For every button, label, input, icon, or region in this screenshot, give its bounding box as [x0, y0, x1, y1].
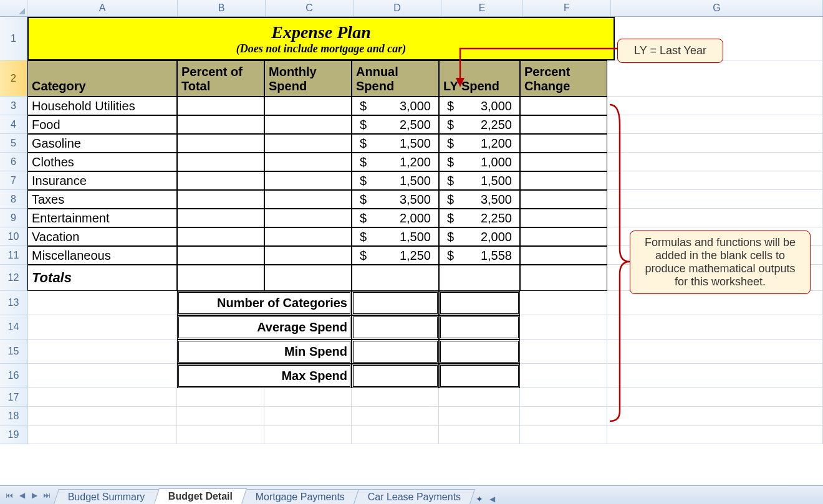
cell-percent-of-total[interactable] — [177, 227, 264, 246]
cell-A17[interactable] — [27, 388, 177, 407]
tab-nav-prev-icon[interactable]: ◀ — [17, 491, 26, 500]
cell-ly-spend[interactable]: $3,000 — [439, 97, 520, 115]
summary-min-label[interactable]: Min Spend — [177, 340, 352, 364]
summary-max-label[interactable]: Max Spend — [177, 364, 352, 388]
cell-percent-of-total[interactable] — [177, 134, 264, 153]
cell-D12[interactable] — [352, 265, 439, 291]
cell-E19[interactable] — [439, 426, 520, 444]
cell-B19[interactable] — [177, 426, 264, 444]
row-header-11[interactable]: 11 — [0, 246, 27, 265]
cell-G18[interactable] — [607, 407, 823, 426]
col-header-G[interactable]: G — [611, 0, 823, 16]
cell-percent-change[interactable] — [520, 115, 607, 134]
row-header-4[interactable]: 4 — [0, 115, 27, 134]
col-header-B[interactable]: B — [178, 0, 266, 16]
tab-budget-detail[interactable]: Budget Detail — [154, 488, 247, 504]
cell-A19[interactable] — [27, 426, 177, 444]
header-percent-change[interactable]: Percent Change — [520, 60, 607, 97]
cell-percent-of-total[interactable] — [177, 190, 264, 209]
row-header-19[interactable]: 19 — [0, 426, 27, 444]
cell-monthly-spend[interactable] — [264, 134, 352, 153]
cell-G5[interactable] — [607, 134, 823, 153]
cell-F17[interactable] — [520, 388, 607, 407]
cell-monthly-spend[interactable] — [264, 209, 352, 227]
cell-percent-of-total[interactable] — [177, 153, 264, 171]
row-header-14[interactable]: 14 — [0, 315, 27, 340]
cell-annual-spend[interactable]: $1,500 — [352, 227, 439, 246]
cell-B18[interactable] — [177, 407, 264, 426]
cell-category-name[interactable]: Taxes — [27, 190, 177, 209]
row-header-16[interactable]: 16 — [0, 364, 27, 388]
tab-mortgage-payments[interactable]: Mortgage Payments — [241, 489, 359, 504]
cell-ly-spend[interactable]: $2,000 — [439, 227, 520, 246]
tab-car-lease-payments[interactable]: Car Lease Payments — [354, 489, 475, 504]
cell-annual-spend[interactable]: $2,000 — [352, 209, 439, 227]
cell-G16[interactable] — [607, 364, 823, 388]
row-header-2[interactable]: 2 — [0, 60, 27, 97]
cell-category-name[interactable]: Gasoline — [27, 134, 177, 153]
cell-A18[interactable] — [27, 407, 177, 426]
cell-F18[interactable] — [520, 407, 607, 426]
tab-nav-next-icon[interactable]: ▶ — [30, 491, 39, 500]
cell-monthly-spend[interactable] — [264, 246, 352, 265]
row-header-1[interactable]: 1 — [0, 17, 27, 60]
cell-category-name[interactable]: Clothes — [27, 153, 177, 171]
cell-category-name[interactable]: Entertainment — [27, 209, 177, 227]
cell-B12[interactable] — [177, 265, 264, 291]
cell-E12[interactable] — [439, 265, 520, 291]
cell-percent-change[interactable] — [520, 190, 607, 209]
title-merged-cell[interactable]: Expense Plan (Does not include mortgage … — [27, 17, 615, 60]
row-header-18[interactable]: 18 — [0, 407, 27, 426]
cell-percent-change[interactable] — [520, 246, 607, 265]
cell-annual-spend[interactable]: $1,500 — [352, 171, 439, 190]
row-header-15[interactable]: 15 — [0, 340, 27, 364]
col-header-D[interactable]: D — [354, 0, 441, 16]
cell-category-name[interactable]: Miscellaneous — [27, 246, 177, 265]
cell-B17[interactable] — [177, 388, 264, 407]
cell-G6[interactable] — [607, 153, 823, 171]
cell-F16[interactable] — [520, 364, 607, 388]
cell-F14[interactable] — [520, 315, 607, 340]
cell-G17[interactable] — [607, 388, 823, 407]
row-header-12[interactable]: 12 — [0, 265, 27, 291]
summary-min-D[interactable] — [352, 340, 439, 364]
cell-percent-change[interactable] — [520, 209, 607, 227]
cell-monthly-spend[interactable] — [264, 227, 352, 246]
summary-average-D[interactable] — [352, 315, 439, 340]
cell-A14[interactable] — [27, 315, 177, 340]
cell-ly-spend[interactable]: $2,250 — [439, 115, 520, 134]
cell-E18[interactable] — [439, 407, 520, 426]
summary-num-categories-D[interactable] — [352, 291, 439, 315]
insert-worksheet-icon[interactable]: ✦ — [476, 494, 483, 504]
row-header-13[interactable]: 13 — [0, 291, 27, 315]
cell-percent-change[interactable] — [520, 97, 607, 115]
col-header-F[interactable]: F — [523, 0, 611, 16]
cell-A15[interactable] — [27, 340, 177, 364]
cell-G7[interactable] — [607, 171, 823, 190]
cell-percent-change[interactable] — [520, 153, 607, 171]
cell-annual-spend[interactable]: $1,200 — [352, 153, 439, 171]
cell-F15[interactable] — [520, 340, 607, 364]
summary-average-label[interactable]: Average Spend — [177, 315, 352, 340]
cell-ly-spend[interactable]: $1,500 — [439, 171, 520, 190]
row-header-8[interactable]: 8 — [0, 190, 27, 209]
cell-G8[interactable] — [607, 190, 823, 209]
cell-monthly-spend[interactable] — [264, 153, 352, 171]
tab-scroll-left-icon[interactable]: ◀ — [487, 495, 499, 503]
cell-C18[interactable] — [264, 407, 352, 426]
cell-G9[interactable] — [607, 209, 823, 227]
row-header-10[interactable]: 10 — [0, 227, 27, 246]
cell-A16[interactable] — [27, 364, 177, 388]
cell-percent-change[interactable] — [520, 134, 607, 153]
row-header-9[interactable]: 9 — [0, 209, 27, 227]
header-percent-of-total[interactable]: Percent of Total — [177, 60, 264, 97]
cell-monthly-spend[interactable] — [264, 171, 352, 190]
cell-monthly-spend[interactable] — [264, 190, 352, 209]
totals-label-cell[interactable]: Totals — [27, 265, 177, 291]
summary-min-E[interactable] — [439, 340, 520, 364]
cell-F12[interactable] — [520, 265, 607, 291]
cell-monthly-spend[interactable] — [264, 115, 352, 134]
cell-G13[interactable] — [607, 291, 823, 315]
row-header-7[interactable]: 7 — [0, 171, 27, 190]
cell-D19[interactable] — [352, 426, 439, 444]
